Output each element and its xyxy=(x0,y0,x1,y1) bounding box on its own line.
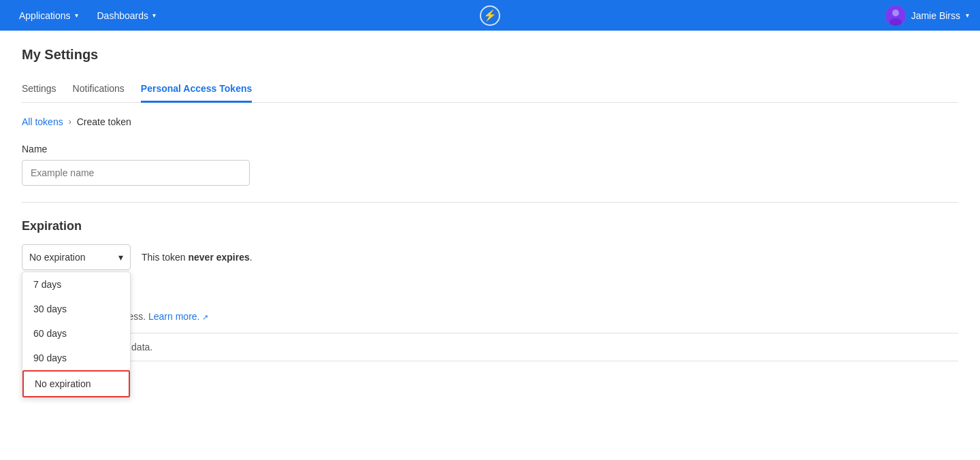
expiration-option-7days[interactable]: 7 days xyxy=(22,272,130,297)
expiration-title: Expiration xyxy=(22,219,958,233)
expiration-note: This token never expires. xyxy=(142,252,252,263)
lightning-icon: ⚡ xyxy=(480,5,500,26)
expiration-option-30days[interactable]: 30 days xyxy=(22,297,130,321)
navbar-center: ⚡ xyxy=(480,5,500,26)
tab-settings[interactable]: Settings xyxy=(22,76,56,103)
scope-row-full: Full access to Application data. xyxy=(22,333,958,361)
breadcrumb-current: Create token xyxy=(77,116,131,127)
name-input[interactable] xyxy=(22,160,250,186)
applications-chevron: ▾ xyxy=(75,12,78,19)
expiration-selected-label: No expiration xyxy=(29,252,86,263)
dashboards-menu[interactable]: Dashboards ▾ xyxy=(89,0,165,31)
section-divider xyxy=(22,202,958,203)
expiration-option-60days[interactable]: 60 days xyxy=(22,321,130,346)
user-menu[interactable]: Jamie Birss ▾ xyxy=(885,5,969,26)
expiration-select-wrapper: No expiration ▾ 7 days 30 days 60 days xyxy=(22,244,131,270)
scope-row-read: Read Application data. xyxy=(22,361,958,389)
navbar-left: Applications ▾ Dashboards ▾ xyxy=(11,0,164,31)
navbar: Applications ▾ Dashboards ▾ ⚡ Jamie Birs… xyxy=(0,0,980,31)
scope-full-access-label: Full access to Application data. xyxy=(22,342,958,352)
dashboards-chevron: ▾ xyxy=(152,12,156,19)
username-label: Jamie Birss xyxy=(911,10,960,21)
expiration-note-suffix: . xyxy=(250,252,252,263)
applications-menu[interactable]: Applications ▾ xyxy=(11,0,86,31)
breadcrumb-link[interactable]: All tokens xyxy=(22,116,63,127)
expiration-row: No expiration ▾ 7 days 30 days 60 days xyxy=(22,244,958,270)
name-label: Name xyxy=(22,144,958,154)
applications-label: Applications xyxy=(19,10,71,21)
expiration-section: Expiration No expiration ▾ 7 days 30 day… xyxy=(22,219,958,270)
expiration-note-bold: never expires xyxy=(188,252,249,263)
dashboards-label: Dashboards xyxy=(97,10,149,21)
page-content: My Settings Settings Notifications Perso… xyxy=(0,31,980,405)
expiration-dropdown: 7 days 30 days 60 days 90 days No expira… xyxy=(22,272,131,398)
page-title: My Settings xyxy=(22,47,958,63)
expiration-select-btn[interactable]: No expiration ▾ xyxy=(22,244,131,270)
breadcrumb-separator: › xyxy=(69,117,71,127)
name-field-group: Name xyxy=(22,144,958,186)
expiration-select-chevron: ▾ xyxy=(118,252,123,263)
expiration-option-no-expiration[interactable]: No expiration xyxy=(22,370,130,397)
svg-point-1 xyxy=(892,10,899,16)
tab-notifications[interactable]: Notifications xyxy=(73,76,125,103)
breadcrumb: All tokens › Create token xyxy=(22,116,958,127)
learn-more-link[interactable]: Learn more. xyxy=(148,311,199,322)
expiration-option-90days[interactable]: 90 days xyxy=(22,346,130,370)
tab-personal-access-tokens[interactable]: Personal Access Tokens xyxy=(141,76,252,103)
expiration-note-prefix: This token xyxy=(142,252,188,263)
tabs-container: Settings Notifications Personal Access T… xyxy=(22,76,958,103)
external-link-icon: ↗ xyxy=(202,313,208,321)
user-chevron: ▾ xyxy=(966,12,969,19)
avatar xyxy=(885,5,906,26)
scopes-section: of data the token can access. Learn more… xyxy=(22,311,958,389)
scope-read-access-label: Read Application data. xyxy=(22,369,958,380)
scopes-description: of data the token can access. Learn more… xyxy=(22,311,958,322)
